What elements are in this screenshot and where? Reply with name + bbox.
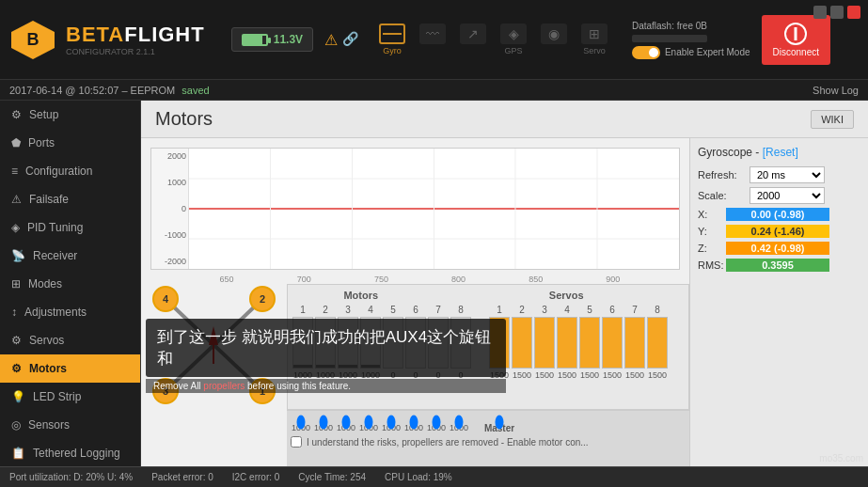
minimize-button[interactable] xyxy=(813,6,827,19)
y-label-2000: 2000 xyxy=(153,151,186,161)
slider-3-wrap: 1000 xyxy=(336,415,356,433)
logo-beta: BETA xyxy=(66,23,124,47)
motor-num-7: 7 xyxy=(428,305,449,315)
slider-6-wrap: 1000 xyxy=(403,415,424,433)
sidebar-item-label: Receiver xyxy=(33,249,77,262)
pid-icon: ◈ xyxy=(11,221,20,234)
sidebar-item-label: Configuration xyxy=(25,165,92,178)
close-button[interactable] xyxy=(847,6,860,19)
sidebar-item-setup[interactable]: ⚙ Setup xyxy=(0,101,140,129)
slider-2[interactable] xyxy=(317,415,329,422)
sidebar-item-servos[interactable]: ⚙ Servos xyxy=(0,326,140,354)
nav-gps[interactable]: ◉ xyxy=(541,24,567,55)
gyro-x-row: X: 0.00 (-0.98) xyxy=(698,208,860,221)
disconnect-icon xyxy=(784,23,807,45)
servo-val-2: 1500 xyxy=(512,370,532,380)
gyro-title: Gyroscope - [Reset] xyxy=(698,146,860,159)
nav-baro[interactable]: ↗ xyxy=(460,24,486,55)
slider-7-wrap: 1000 xyxy=(426,415,447,433)
enable-motor-checkbox[interactable] xyxy=(291,436,302,448)
slider-1[interactable] xyxy=(294,415,307,422)
servo-bar-6 xyxy=(602,317,623,369)
y-label-n1000: -1000 xyxy=(153,230,186,240)
servo-num-5: 5 xyxy=(579,305,600,315)
chart-area xyxy=(189,149,679,269)
motor-num-3: 3 xyxy=(338,305,358,315)
slider-7[interactable] xyxy=(430,415,442,422)
servos-label: Servos xyxy=(449,290,684,301)
sidebar-item-ports[interactable]: ⬟ Ports xyxy=(0,129,140,157)
gyro-scale-select[interactable]: 2000 1000 xyxy=(750,187,825,204)
sidebar-item-label: Motors xyxy=(29,362,67,375)
x-700: 700 xyxy=(297,275,311,284)
nav-servo[interactable]: ⊞ Servo xyxy=(581,24,608,55)
maximize-button[interactable] xyxy=(830,6,844,19)
i2c-error: I2C error: 0 xyxy=(232,472,280,482)
bottom-status-bar: Port utilization: D: 20% U: 4% Packet er… xyxy=(0,466,868,487)
show-log-button[interactable]: Show Log xyxy=(813,85,859,96)
sidebar-item-adjustments[interactable]: ↕ Adjustments xyxy=(0,298,140,326)
sidebar-item-configuration[interactable]: ≡ Configuration xyxy=(0,157,140,185)
sensors-icon: ◎ xyxy=(11,418,21,432)
slider-5[interactable] xyxy=(385,415,397,422)
sidebar-item-motors[interactable]: ⚙ Motors xyxy=(0,354,140,383)
servo-num-8: 8 xyxy=(647,305,668,315)
x-800: 800 xyxy=(451,275,466,284)
dataflash-bar xyxy=(632,35,707,42)
gyro-title-text: Gyroscope - xyxy=(698,146,763,159)
gyro-scale-label: Scale: xyxy=(698,190,745,201)
status-saved: saved xyxy=(181,85,209,96)
gyro-rms-row: RMS: 0.3595 xyxy=(698,259,860,272)
gyro-y-label: Y: xyxy=(698,226,721,237)
disconnect-button[interactable]: Disconnect xyxy=(762,15,830,65)
slider-5-wrap: 1000 xyxy=(381,415,402,433)
gyro-z-row: Z: 0.42 (-0.98) xyxy=(698,242,860,255)
content-body: 2000 1000 0 -1000 -2000 xyxy=(141,138,868,466)
sidebar-item-led-strip[interactable]: 💡 LED Strip xyxy=(0,383,140,411)
motors-icon: ⚙ xyxy=(11,362,22,375)
gyro-z-label: Z: xyxy=(698,243,721,254)
status-bar: 2017-06-14 @ 10:52:07 – EEPROM saved Sho… xyxy=(0,80,868,101)
content: Motors WIKI 2000 1000 0 -1000 -2000 xyxy=(141,101,868,466)
servo-bar-7 xyxy=(624,317,645,369)
sidebar-item-modes[interactable]: ⊞ Modes xyxy=(0,270,140,298)
expert-mode-toggle[interactable]: Enable Expert Mode xyxy=(632,46,750,59)
servo-num-1: 1 xyxy=(489,305,510,315)
modes-icon: ⊞ xyxy=(11,277,21,291)
servo-num-3: 3 xyxy=(534,305,555,315)
gyro-refresh-select[interactable]: 20 ms 40 ms xyxy=(750,166,825,183)
sidebar-item-tethered-logging[interactable]: 📋 Tethered Logging xyxy=(0,439,140,466)
warning-row: I understand the risks, propellers are r… xyxy=(291,436,686,448)
sidebar-item-label: Tethered Logging xyxy=(33,447,120,460)
gyro-scale-row: Scale: 2000 1000 xyxy=(698,187,860,204)
motor-num-8: 8 xyxy=(450,305,471,315)
nav-gyro[interactable]: Gyro xyxy=(379,24,405,55)
gyro-icon xyxy=(379,24,405,44)
logo-icon: B xyxy=(9,19,56,61)
warning-icons: ⚠ 🔗 xyxy=(324,31,358,49)
sidebar-item-pid-tuning[interactable]: ◈ PID Tuning xyxy=(0,213,140,242)
nav-accel[interactable]: 〰 xyxy=(419,24,446,55)
slider-3[interactable] xyxy=(339,415,352,422)
master-slider[interactable] xyxy=(488,415,511,422)
gyro-reset-button[interactable]: [Reset] xyxy=(763,146,798,159)
nav-mag[interactable]: ◈ GPS xyxy=(500,24,527,55)
slider-1-wrap: 1000 xyxy=(291,415,311,433)
gyro-y-row: Y: 0.24 (-1.46) xyxy=(698,225,860,238)
led-icon: 💡 xyxy=(11,390,25,403)
slider-8[interactable] xyxy=(452,415,465,422)
nav-icons: Gyro 〰 ↗ ◈ GPS ◉ ⊞ Servo xyxy=(379,24,608,55)
slider-4[interactable] xyxy=(362,415,374,422)
configuration-icon: ≡ xyxy=(11,165,18,178)
servos-icon: ⚙ xyxy=(11,334,22,347)
baro-icon: ↗ xyxy=(460,24,486,44)
wiki-button[interactable]: WIKI xyxy=(811,110,854,129)
page-title: Motors xyxy=(155,108,213,130)
chart-x-labels: 650 700 750 800 850 900 xyxy=(141,275,689,284)
sidebar-item-failsafe[interactable]: ⚠ Failsafe xyxy=(0,185,140,213)
sidebar-item-sensors[interactable]: ◎ Sensors xyxy=(0,411,140,439)
servo-val-6: 1500 xyxy=(602,370,623,380)
servo-bar-4 xyxy=(557,317,577,369)
slider-6[interactable] xyxy=(407,415,419,422)
sidebar-item-receiver[interactable]: 📡 Receiver xyxy=(0,242,140,270)
